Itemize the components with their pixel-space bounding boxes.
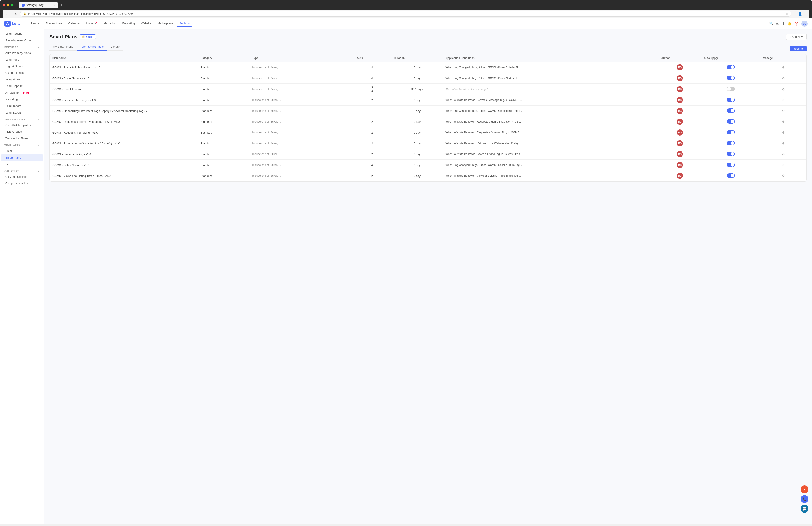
tab-team-smart-plans[interactable]: Team Smart Plans bbox=[77, 43, 107, 51]
cell-manage[interactable]: ⚙ bbox=[760, 127, 807, 138]
cell-auto-apply[interactable] bbox=[701, 170, 760, 181]
cell-manage[interactable]: ⚙ bbox=[760, 73, 807, 84]
cell-manage[interactable]: ⚙ bbox=[760, 105, 807, 116]
nav-website[interactable]: Website bbox=[139, 20, 154, 27]
cell-manage[interactable]: ⚙ bbox=[760, 84, 807, 95]
cell-auto-apply[interactable] bbox=[701, 160, 760, 170]
tab-close-btn[interactable]: × bbox=[54, 4, 55, 6]
cell-plan-name[interactable]: GGMS - Buyer & Seller Nurture - v1.0 bbox=[50, 62, 198, 73]
auto-apply-toggle[interactable] bbox=[727, 65, 735, 69]
sidebar-item-auto-property-alerts[interactable]: Auto Property Alerts bbox=[1, 50, 43, 56]
tab-library[interactable]: Library bbox=[107, 43, 123, 51]
cell-auto-apply[interactable] bbox=[701, 105, 760, 116]
sidebar-item-lead-pond[interactable]: Lead Pond bbox=[1, 56, 43, 63]
cell-auto-apply[interactable] bbox=[701, 138, 760, 149]
cell-plan-name[interactable]: GGMS - Requests a Showing - v1.0 bbox=[50, 127, 198, 138]
auto-apply-toggle[interactable] bbox=[727, 119, 735, 124]
settings-icon[interactable]: ⚙ bbox=[782, 152, 785, 156]
settings-icon[interactable]: ⚙ bbox=[782, 174, 785, 177]
auto-apply-toggle[interactable] bbox=[727, 98, 735, 102]
settings-icon[interactable]: ⚙ bbox=[782, 76, 785, 80]
add-new-button[interactable]: + Add New bbox=[786, 34, 807, 40]
cell-plan-name[interactable]: GGMS - Email Template bbox=[50, 84, 198, 95]
new-tab-button[interactable]: + bbox=[59, 2, 64, 8]
sidebar-item-smart-plans[interactable]: Smart Plans bbox=[1, 154, 43, 161]
cell-plan-name[interactable]: GGMS - Buyer Nurture - v1.0 bbox=[50, 73, 198, 84]
download-icon[interactable]: ⬇ bbox=[782, 22, 785, 26]
sidebar-item-checklist-templates[interactable]: Checklist Templates bbox=[1, 122, 43, 128]
settings-icon[interactable]: ⚙ bbox=[782, 98, 785, 102]
bell-icon[interactable]: 🔔 bbox=[787, 22, 792, 26]
guide-button[interactable]: 🧭 Guide bbox=[79, 34, 96, 39]
close-traffic-light[interactable] bbox=[3, 4, 5, 6]
sidebar-item-ai-assistant[interactable]: AI Assistant NEW bbox=[1, 89, 43, 96]
auto-apply-toggle[interactable] bbox=[727, 141, 735, 145]
cell-plan-name[interactable]: GGMS - Views one Listing Three Times - v… bbox=[50, 170, 198, 181]
help-icon[interactable]: ❓ bbox=[794, 22, 799, 26]
auto-apply-toggle[interactable] bbox=[727, 152, 735, 156]
sidebar-item-lead-export[interactable]: Lead Export bbox=[1, 109, 43, 116]
refresh-button[interactable]: ↻ bbox=[15, 12, 18, 16]
cell-auto-apply[interactable] bbox=[701, 73, 760, 84]
resume-button[interactable]: Resume bbox=[790, 46, 807, 52]
nav-marketplace[interactable]: Marketplace bbox=[155, 20, 176, 27]
nav-marketing[interactable]: Marketing bbox=[101, 20, 119, 27]
call-float-button[interactable]: 📞 bbox=[800, 495, 809, 503]
menu-icon[interactable]: ⋮ bbox=[803, 12, 807, 16]
nav-settings[interactable]: Settings bbox=[176, 20, 192, 27]
forward-button[interactable]: → bbox=[10, 12, 13, 16]
cell-manage[interactable]: ⚙ bbox=[760, 160, 807, 170]
settings-icon[interactable]: ⚙ bbox=[782, 87, 785, 91]
nav-calendar[interactable]: Calendar bbox=[66, 20, 83, 27]
extensions-icon[interactable]: ⊞ bbox=[794, 12, 796, 16]
auto-apply-toggle[interactable] bbox=[727, 87, 735, 91]
tab-my-smart-plans[interactable]: My Smart Plans bbox=[49, 43, 77, 51]
cell-plan-name[interactable]: GGMS - Saves a Listing - v1.0 bbox=[50, 149, 198, 160]
search-icon[interactable]: 🔍 bbox=[769, 22, 773, 26]
sidebar-item-field-groups[interactable]: Field Groups bbox=[1, 129, 43, 135]
sidebar-section-features[interactable]: Features ▲ bbox=[0, 44, 44, 49]
sidebar-item-custom-fields[interactable]: Custom Fields bbox=[1, 70, 43, 76]
settings-icon[interactable]: ⚙ bbox=[782, 120, 785, 124]
profile-icon[interactable]: 👤 bbox=[798, 12, 802, 16]
sidebar-item-reporting[interactable]: Reporting bbox=[1, 96, 43, 102]
sidebar-item-text[interactable]: Text bbox=[1, 161, 43, 167]
settings-icon[interactable]: ⚙ bbox=[782, 66, 785, 69]
cell-plan-name[interactable]: GGMS - Leaves a Message - v1.0 bbox=[50, 95, 198, 105]
cell-auto-apply[interactable] bbox=[701, 127, 760, 138]
cell-auto-apply[interactable] bbox=[701, 95, 760, 105]
cell-manage[interactable]: ⚙ bbox=[760, 62, 807, 73]
sidebar-item-email[interactable]: Email bbox=[1, 148, 43, 154]
settings-icon[interactable]: ⚙ bbox=[782, 109, 785, 113]
cell-auto-apply[interactable] bbox=[701, 84, 760, 95]
logo[interactable]: Lofty bbox=[4, 20, 20, 27]
settings-icon[interactable]: ⚙ bbox=[782, 131, 785, 134]
nav-listings[interactable]: Listings bbox=[83, 20, 100, 27]
sidebar-item-lead-import[interactable]: Lead Import bbox=[1, 103, 43, 109]
auto-apply-toggle[interactable] bbox=[727, 76, 735, 80]
settings-icon[interactable]: ⚙ bbox=[782, 142, 785, 145]
auto-apply-toggle[interactable] bbox=[727, 130, 735, 134]
cell-plan-name[interactable]: GGMS - Returns to the Website after 30 d… bbox=[50, 138, 198, 149]
sidebar-item-company-number[interactable]: Company Number bbox=[1, 180, 43, 187]
cell-manage[interactable]: ⚙ bbox=[760, 116, 807, 127]
cell-manage[interactable]: ⚙ bbox=[760, 170, 807, 181]
bookmark-icon[interactable]: ☆ bbox=[785, 12, 788, 15]
avatar[interactable]: MG bbox=[801, 20, 808, 27]
nav-people[interactable]: People bbox=[28, 20, 42, 27]
back-button[interactable]: ← bbox=[5, 12, 9, 16]
sidebar-item-lead-capture[interactable]: Lead Capture bbox=[1, 83, 43, 89]
settings-icon[interactable]: ⚙ bbox=[782, 163, 785, 167]
sidebar-item-reassignment-group[interactable]: Reassignment Group bbox=[1, 37, 43, 43]
cell-manage[interactable]: ⚙ bbox=[760, 95, 807, 105]
auto-apply-toggle[interactable] bbox=[727, 162, 735, 167]
sidebar-section-transactions[interactable]: Transactions ▲ bbox=[0, 116, 44, 122]
cell-plan-name[interactable]: GGMS - Seller Nurture - v1.0 bbox=[50, 160, 198, 170]
url-bar[interactable]: 🔒 crm.lofty.com/admin/home/usersetting/s… bbox=[20, 11, 792, 17]
auto-apply-toggle[interactable] bbox=[727, 109, 735, 113]
sidebar-item-integrations[interactable]: Integrations bbox=[1, 76, 43, 83]
sidebar-item-call-text-settings[interactable]: Call/Text Settings bbox=[1, 173, 43, 180]
cell-manage[interactable]: ⚙ bbox=[760, 149, 807, 160]
cell-manage[interactable]: ⚙ bbox=[760, 138, 807, 149]
sidebar-item-lead-routing[interactable]: Lead Routing bbox=[1, 30, 43, 37]
